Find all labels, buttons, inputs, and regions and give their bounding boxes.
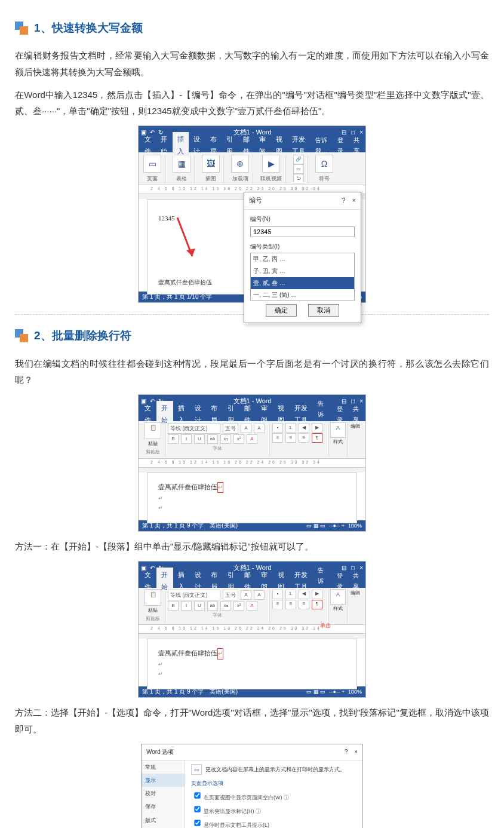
doc-page[interactable]: 壹萬贰仟叁佰肆拾伍↵ ↵ ↵	[147, 473, 357, 523]
doc-area: 12345 壹萬贰仟叁佰肆拾伍 编号 ? × 编号(N)	[139, 199, 365, 292]
group-table: ▦ 表格	[171, 155, 195, 183]
align-c-icon[interactable]: ≡	[285, 433, 296, 443]
styles-group: A 样式	[329, 422, 348, 457]
screenshot-2: ▣ ↶ ↻ 文档1 - Word ⊟ □ × 文件 开始 插入 设计 布局 引用…	[15, 394, 489, 532]
side-display[interactable]: 显示	[142, 774, 185, 787]
cb-whitespace[interactable]: 在页面视图中显示页面间空白(W) ⓘ	[191, 790, 357, 802]
grow-font-icon[interactable]: A	[241, 590, 251, 600]
bold-icon[interactable]: B	[168, 601, 179, 611]
screenshot-4: Word 选项 ? × 常规 显示 校对 保存 版式 语言 高级 自定义功能区 …	[15, 744, 489, 828]
ribbon-body: ▭ 页面 ▦ 表格 🖼 插图 ⊕ 加载项 ▶ 联机视频 🔗 ▭	[139, 152, 365, 185]
number-type-list[interactable]: 甲, 乙, 丙 … 子, 丑, 寅 … 壹, 贰, 叁 … 一, 二, 三 (简…	[250, 253, 355, 300]
font-name[interactable]: 等线 (西文正文)	[168, 590, 220, 600]
cb-highlight[interactable]: 显示突出显示标记(H) ⓘ	[191, 804, 357, 816]
ribbon-tabs: 文件 开始 插入 设计 布局 引用 邮件 审阅 视图 开发工具 告诉我 登录 共…	[139, 408, 365, 421]
paragraph-group: • 1. ◀ ▶ ≡ ≡ ≡ ¶	[270, 422, 329, 457]
indent-r-icon[interactable]: ▶	[312, 423, 322, 433]
share[interactable]: 共享	[349, 133, 364, 158]
table-btn[interactable]: ▦	[173, 155, 190, 173]
group-link: 🔗 ▭ ⮌	[292, 155, 308, 183]
side-save[interactable]: 保存	[142, 800, 185, 813]
red-arrow-icon	[165, 217, 201, 265]
underline-icon[interactable]: U	[194, 434, 205, 444]
page-btn[interactable]: ▭	[143, 155, 161, 173]
style-btn[interactable]: A	[330, 422, 346, 438]
indent-l-icon[interactable]: ◀	[299, 590, 309, 599]
italic-icon[interactable]: I	[181, 601, 192, 611]
side-layout[interactable]: 版式	[142, 814, 185, 827]
ribbon-tabs: 文件 开始 插入 设计 布局 引用 邮件 审阅 视图 开发工具 告诉我… 登录 …	[139, 139, 365, 152]
video-btn[interactable]: ▶	[262, 155, 280, 173]
side-general[interactable]: 常规	[142, 760, 185, 774]
click-annotation: 单击	[320, 621, 331, 630]
paste-button[interactable]: 📋	[145, 589, 161, 606]
show-hide-marks-button[interactable]: ¶	[312, 433, 322, 443]
cb-tooltip[interactable]: 悬停时显示文档工具提示(L)	[191, 817, 357, 828]
ribbon-body: 📋 粘贴 剪贴板 等线 (西文正文) 五号 A A B I U	[139, 421, 365, 459]
italic-icon[interactable]: I	[181, 434, 192, 444]
bold-icon[interactable]: B	[168, 434, 179, 444]
link-icon[interactable]: 🔗	[293, 155, 304, 164]
paragraph-mark-icon: ↵	[217, 648, 223, 659]
section-1-title: 1、快速转换大写金额	[15, 18, 489, 38]
shrink-font-icon[interactable]: A	[254, 590, 265, 600]
group-video: ▶ 联机视频	[259, 155, 286, 183]
sup-icon[interactable]: x²	[233, 434, 244, 444]
number-input[interactable]	[250, 226, 355, 237]
font-name[interactable]: 等线 (西文正文)	[168, 423, 220, 434]
numbering-icon[interactable]: 1.	[285, 590, 296, 599]
grow-font-icon[interactable]: A	[241, 424, 251, 433]
symbol-btn[interactable]: Ω	[315, 155, 333, 173]
clipboard-group: 📋 粘贴 剪贴板	[141, 422, 165, 457]
word-window-2: ▣ ↶ ↻ 文档1 - Word ⊟ □ × 文件 开始 插入 设计 布局 引用…	[138, 394, 366, 532]
dialog-close-icon[interactable]: ×	[352, 197, 356, 204]
dialog-close-icon[interactable]: ×	[354, 749, 358, 755]
doc-page[interactable]: 壹萬贰仟叁佰肆拾伍↵ ↵ ↵	[147, 639, 357, 689]
screenshot-3: ▣ ↶ ↻ 文档1 - Word ⊟ □ × 文件 开始 插入 设计 布局 引用…	[15, 561, 489, 699]
cancel-button[interactable]: 取消	[308, 304, 339, 317]
side-proofing[interactable]: 校对	[142, 787, 185, 800]
sup-icon[interactable]: x²	[233, 601, 244, 611]
pic-btn[interactable]: 🖼	[202, 155, 220, 173]
dialog-help-icon[interactable]: ?	[342, 197, 345, 204]
bullets-icon[interactable]: •	[272, 423, 283, 433]
align-l-icon[interactable]: ≡	[272, 600, 283, 609]
align-c-icon[interactable]: ≡	[285, 600, 296, 609]
screenshot-1: ▣ ↶ ↻ 文档1 - Word ⊟ □ × 文件 开始 插入 设计 布局 引用…	[15, 125, 489, 303]
strike-icon[interactable]: ab	[207, 601, 218, 611]
numbering-icon[interactable]: 1.	[285, 423, 296, 433]
section-2-title: 2、批量删除换行符	[15, 326, 489, 346]
options-title: Word 选项 ? ×	[142, 744, 362, 760]
xref-icon[interactable]: ⮌	[293, 174, 304, 183]
font-size[interactable]: 五号	[223, 590, 238, 600]
indent-r-icon[interactable]: ▶	[312, 590, 322, 599]
style-btn[interactable]: A	[330, 589, 346, 605]
doc-result-text: 壹萬贰仟叁佰肆拾伍	[158, 277, 212, 288]
color-icon[interactable]: A	[247, 601, 257, 611]
align-r-icon[interactable]: ≡	[299, 433, 309, 443]
dialog-help-icon[interactable]: ?	[345, 749, 348, 755]
paste-button[interactable]: 📋	[145, 422, 161, 439]
strike-icon[interactable]: ab	[207, 434, 218, 444]
group-addin: ⊕ 加载项	[230, 155, 253, 183]
sub-icon[interactable]: x₂	[220, 434, 231, 444]
align-l-icon[interactable]: ≡	[272, 433, 283, 443]
word-window-3: ▣ ↶ ↻ 文档1 - Word ⊟ □ × 文件 开始 插入 设计 布局 引用…	[138, 561, 366, 698]
indent-l-icon[interactable]: ◀	[299, 423, 309, 433]
styles-group: A 样式	[329, 589, 348, 624]
addin-btn[interactable]: ⊕	[231, 155, 249, 173]
font-size[interactable]: 五号	[223, 423, 238, 434]
dialog-title: 编号 ? ×	[244, 192, 361, 210]
show-hide-marks-button[interactable]: ¶	[312, 600, 322, 609]
bullets-icon[interactable]: •	[272, 590, 283, 599]
color-icon[interactable]: A	[247, 434, 257, 444]
shrink-font-icon[interactable]: A	[254, 424, 265, 433]
underline-icon[interactable]: U	[194, 601, 205, 611]
align-r-icon[interactable]: ≡	[299, 600, 309, 609]
edit-group: 编辑	[348, 422, 363, 457]
doc-page[interactable]: 12345 壹萬贰仟叁佰肆拾伍	[147, 199, 259, 295]
sub-icon[interactable]: x₂	[220, 601, 231, 611]
bookmark-icon[interactable]: ▭	[293, 164, 304, 174]
doc-area: 壹萬贰仟叁佰肆拾伍↵ ↵ ↵	[139, 473, 365, 520]
ok-button[interactable]: 确定	[266, 304, 297, 317]
